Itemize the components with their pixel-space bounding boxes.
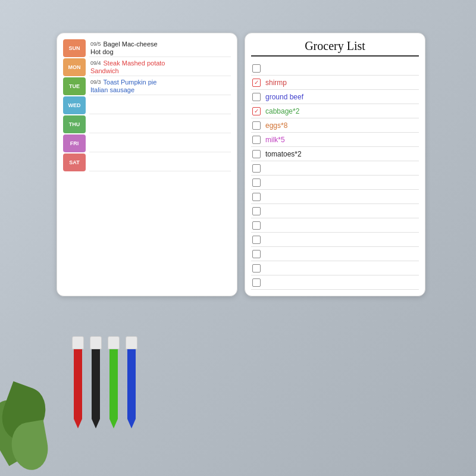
grocery-item-row	[251, 218, 419, 233]
date-label-tue: 09/3	[90, 79, 101, 85]
grocery-checkbox[interactable]	[252, 93, 261, 101]
pen-tip-green	[109, 419, 118, 428]
grocery-item-row	[251, 247, 419, 261]
grocery-item-row	[251, 275, 419, 290]
grocery-list-board: Grocery List ✓shirmpground beef✓cabbage*…	[245, 33, 425, 296]
grocery-checkbox[interactable]	[252, 250, 261, 258]
week-day-row-fri: FRI	[63, 134, 231, 152]
day-label-sat: SAT	[63, 154, 86, 171]
grocery-item-text: cabbage*2	[265, 107, 299, 115]
grocery-item-row: ✓shirmp	[251, 76, 419, 90]
grocery-checkbox[interactable]	[252, 278, 261, 287]
grocery-checkbox[interactable]	[252, 236, 261, 244]
day-content-tue: 09/3Toast Pumpkin pieItalian sausage	[89, 77, 231, 95]
grocery-checkbox[interactable]: ✓	[252, 107, 261, 115]
grocery-item-row	[251, 161, 419, 176]
day-label-wed: WED	[63, 96, 86, 114]
day-content-mon: 09/4Steak Mashed potatoSandwich	[89, 58, 231, 76]
pen-tip-blue	[127, 419, 136, 428]
grocery-checkbox[interactable]: ✓	[252, 79, 261, 87]
pen-body-black	[92, 349, 100, 419]
date-row-sun: 09/5Bagel Mac-cheese	[90, 40, 230, 48]
day-label-sun: SUN	[63, 39, 86, 57]
grocery-item-row	[251, 176, 419, 190]
week-day-row-mon: MON09/4Steak Mashed potatoSandwich	[63, 58, 231, 76]
week-day-row-wed: WED	[63, 96, 231, 114]
day-content-fri	[89, 134, 231, 152]
grocery-checkbox[interactable]	[252, 178, 261, 187]
pen-red	[71, 336, 84, 428]
date-row-tue: 09/3Toast Pumpkin pie	[90, 79, 230, 86]
fridge-background: SUN09/5Bagel Mac-cheeseHot dogMON09/4Ste…	[0, 0, 476, 476]
grocery-checkbox[interactable]	[252, 193, 261, 201]
grocery-item-text: tomatoes*2	[265, 150, 302, 158]
grocery-item-text: eggs*8	[265, 121, 287, 130]
boards-container: SUN09/5Bagel Mac-cheeseHot dogMON09/4Ste…	[57, 33, 425, 296]
grocery-checkbox[interactable]	[252, 264, 261, 273]
day-label-mon: MON	[63, 58, 86, 76]
grocery-item-row: ground beef	[251, 90, 419, 104]
pen-green	[107, 336, 120, 428]
grocery-item-row	[251, 233, 419, 247]
date-label-mon: 09/4	[90, 60, 101, 66]
grocery-item-text: milk*5	[265, 136, 285, 144]
day-label-fri: FRI	[63, 134, 86, 152]
day-content-sun: 09/5Bagel Mac-cheeseHot dog	[89, 39, 231, 57]
pen-eraser-blue	[126, 336, 137, 349]
entry-1-tue: Toast Pumpkin pie	[104, 79, 157, 86]
entry-2-mon: Sandwich	[90, 67, 230, 74]
entry-2-tue: Italian sausage	[90, 86, 230, 93]
date-row-mon: 09/4Steak Mashed potato	[90, 60, 230, 67]
pen-blue	[125, 336, 138, 428]
pen-eraser-red	[72, 336, 84, 349]
grocery-checkbox[interactable]	[252, 164, 261, 173]
pen-eraser-black	[90, 336, 102, 349]
grocery-checkbox[interactable]	[252, 207, 261, 215]
day-content-wed	[89, 96, 231, 114]
date-label-sun: 09/5	[90, 41, 101, 47]
grocery-item-text: ground beef	[265, 93, 303, 101]
plant-decoration	[0, 369, 71, 476]
pen-body-blue	[127, 349, 136, 419]
grocery-checkbox[interactable]	[252, 121, 261, 130]
week-day-row-tue: TUE09/3Toast Pumpkin pieItalian sausage	[63, 77, 231, 95]
day-content-thu	[89, 115, 231, 133]
week-day-row-sun: SUN09/5Bagel Mac-cheeseHot dog	[63, 39, 231, 57]
entry-2-sun: Hot dog	[90, 48, 230, 55]
grocery-item-row	[251, 261, 419, 275]
grocery-item-text: shirmp	[265, 79, 287, 87]
grocery-checkbox[interactable]	[252, 221, 261, 230]
grocery-checkbox[interactable]	[252, 150, 261, 158]
grocery-item-row	[251, 204, 419, 218]
pen-tip-red	[74, 419, 82, 428]
grocery-checkbox[interactable]	[252, 64, 261, 73]
pen-black	[89, 336, 102, 428]
entry-1-sun: Bagel Mac-cheese	[104, 40, 158, 48]
grocery-title: Grocery List	[251, 39, 419, 57]
day-label-thu: THU	[63, 115, 86, 133]
pen-body-green	[109, 349, 118, 419]
grocery-checkbox[interactable]	[252, 136, 261, 144]
week-day-row-thu: THU	[63, 115, 231, 133]
grocery-item-row	[251, 190, 419, 204]
grocery-item-row: milk*5	[251, 133, 419, 147]
day-label-tue: TUE	[63, 77, 86, 95]
weekly-planner-board: SUN09/5Bagel Mac-cheeseHot dogMON09/4Ste…	[57, 33, 237, 296]
grocery-item-row: ✓cabbage*2	[251, 104, 419, 118]
entry-1-mon: Steak Mashed potato	[104, 60, 165, 67]
grocery-item-row: eggs*8	[251, 118, 419, 133]
week-day-row-sat: SAT	[63, 154, 231, 171]
grocery-item-row: tomatoes*2	[251, 147, 419, 161]
grocery-item-row	[251, 61, 419, 76]
day-content-sat	[89, 154, 231, 171]
pen-eraser-green	[108, 336, 120, 349]
pen-body-red	[74, 349, 82, 419]
pen-tip-black	[92, 419, 100, 428]
pens-container	[71, 336, 138, 428]
